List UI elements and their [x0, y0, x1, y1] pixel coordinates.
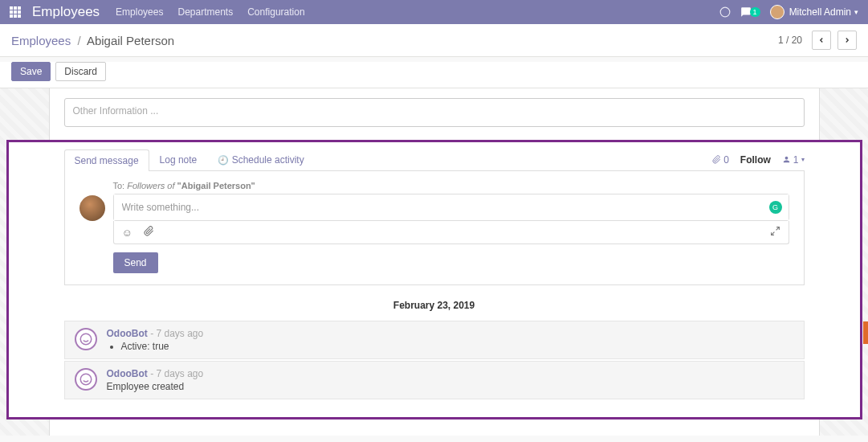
caret-down-icon: ▾ — [801, 156, 805, 163]
message-avatar — [75, 368, 97, 391]
breadcrumb: Employees / Abigail Peterson — [11, 34, 174, 47]
composer-input[interactable] — [114, 194, 789, 220]
follow-button[interactable]: Follow — [740, 154, 771, 166]
clock-icon: 🕘 — [218, 155, 229, 165]
svg-point-12 — [80, 334, 92, 345]
message-avatar — [75, 328, 97, 350]
user-avatar — [770, 5, 784, 19]
message-author[interactable]: OdooBot — [107, 368, 148, 379]
user-menu[interactable]: Mitchell Admin ▾ — [770, 5, 858, 19]
message-time: - 7 days ago — [150, 328, 203, 339]
app-brand: Employees — [32, 4, 100, 20]
control-buttons: Save Discard — [0, 62, 868, 88]
svg-rect-1 — [14, 6, 17, 10]
composer-toolbar: ☺ — [113, 221, 789, 244]
svg-rect-7 — [14, 14, 17, 18]
apps-icon[interactable] — [10, 6, 21, 18]
tab-log-note[interactable]: Log note — [149, 149, 208, 170]
follower-count[interactable]: 1 ▾ — [782, 154, 805, 166]
message-content: Employee created — [107, 381, 794, 392]
control-panel: Employees / Abigail Peterson 1 / 20 — [0, 24, 868, 57]
emoji-icon[interactable]: ☺ — [122, 227, 132, 239]
svg-line-10 — [776, 227, 779, 231]
composer-avatar — [79, 195, 105, 221]
svg-point-15 — [80, 374, 92, 385]
svg-rect-2 — [18, 6, 21, 10]
pager-text: 1 / 20 — [778, 35, 802, 46]
breadcrumb-current: Abigail Peterson — [87, 34, 174, 47]
caret-down-icon: ▾ — [854, 8, 858, 16]
chatter-highlight: Send message Log note 🕘 Schedule activit… — [6, 140, 862, 419]
svg-point-9 — [720, 7, 730, 17]
message: OdooBot - 7 days ago Active: true — [64, 321, 805, 359]
expand-icon[interactable] — [770, 226, 780, 239]
user-name: Mitchell Admin — [789, 6, 851, 18]
form-sheet: Other Information ... — [49, 88, 820, 140]
discard-button[interactable]: Discard — [55, 62, 106, 81]
chatter-tabs: Send message Log note 🕘 Schedule activit… — [64, 149, 805, 171]
messages-badge: 1 — [750, 7, 760, 17]
attachment-count[interactable]: 0 — [712, 154, 729, 166]
pager-next-button[interactable] — [837, 31, 857, 50]
messages-icon[interactable]: 1 — [740, 6, 760, 18]
svg-rect-4 — [14, 10, 17, 14]
breadcrumb-root[interactable]: Employees — [11, 34, 71, 47]
svg-rect-6 — [10, 14, 13, 18]
navbar: Employees Employees Departments Configur… — [0, 0, 868, 24]
message-content: Active: true — [121, 341, 794, 352]
svg-rect-0 — [10, 6, 13, 10]
send-button[interactable]: Send — [113, 252, 158, 273]
help-icon[interactable] — [719, 6, 731, 18]
other-info-input[interactable]: Other Information ... — [64, 98, 805, 127]
grammarly-icon: G — [769, 201, 782, 214]
save-button[interactable]: Save — [11, 62, 51, 81]
message-time: - 7 days ago — [150, 368, 203, 379]
composer: To: Followers of "Abigail Peterson" G ☺ — [64, 171, 805, 285]
nav-configuration[interactable]: Configuration — [247, 6, 304, 18]
content: Other Information ... Send message Log n… — [0, 88, 868, 436]
nav-departments[interactable]: Departments — [177, 6, 233, 18]
breadcrumb-separator: / — [77, 34, 80, 47]
scrollbar-thumb[interactable] — [863, 321, 868, 344]
message: OdooBot - 7 days ago Employee created — [64, 361, 805, 399]
message-date-separator: February 23, 2019 — [64, 300, 805, 311]
svg-line-11 — [771, 232, 774, 235]
pager-prev-button[interactable] — [812, 31, 831, 50]
attach-icon[interactable] — [144, 226, 154, 239]
svg-rect-3 — [10, 10, 13, 14]
composer-to: To: Followers of "Abigail Peterson" — [113, 181, 789, 190]
tab-schedule-activity[interactable]: 🕘 Schedule activity — [207, 149, 314, 170]
svg-rect-5 — [18, 10, 21, 14]
message-author[interactable]: OdooBot — [107, 328, 148, 339]
svg-rect-8 — [18, 14, 21, 18]
nav-employees[interactable]: Employees — [116, 6, 163, 18]
tab-send-message[interactable]: Send message — [64, 149, 149, 171]
